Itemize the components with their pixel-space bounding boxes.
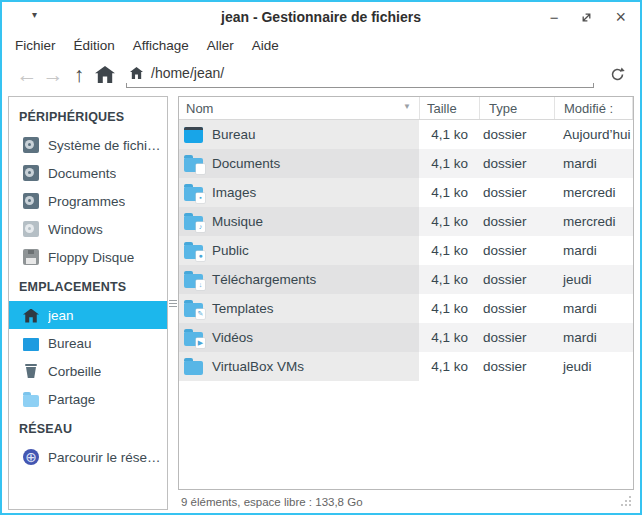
sidebar-item-label: Programmes <box>48 194 125 209</box>
desktop-sm-icon <box>23 338 39 351</box>
window-controls: − × <box>550 2 626 32</box>
sidebar-item-jean[interactable]: jean <box>9 301 167 329</box>
file-size-cell: 4,1 ko <box>419 127 479 142</box>
menu-affichage[interactable]: Affichage <box>124 35 198 56</box>
folder-video-emblem-icon: ▶ <box>196 338 205 348</box>
file-type-cell: dossier <box>479 243 554 258</box>
folder-template-emblem-icon: ✎ <box>196 309 205 319</box>
sidebar-item-label: Parcourir le rése… <box>48 450 161 465</box>
sidebar-item-label: Corbeille <box>48 364 101 379</box>
sidebar-item-label: Partage <box>48 392 95 407</box>
sidebar-item-partage[interactable]: Partage <box>9 385 167 413</box>
sidebar-item-parcourir-le-rese[interactable]: Parcourir le rése… <box>9 443 167 471</box>
sidebar-item-corbeille[interactable]: Corbeille <box>9 357 167 385</box>
path-bar[interactable]: /home/jean/ <box>126 62 594 88</box>
sidebar: PÉRIPHÉRIQUESSystème de fichi…DocumentsP… <box>8 96 168 510</box>
file-row-virtualbox-vms[interactable]: VirtualBox VMs4,1 kodossierjeudi <box>179 352 633 381</box>
sidebar-section-peripheriques: PÉRIPHÉRIQUES <box>9 101 167 131</box>
folder-music-icon: ♪ <box>184 216 203 230</box>
harddisk-icon <box>23 137 39 153</box>
file-name-cell: Documents <box>179 149 419 178</box>
sidebar-item-label: Floppy Disque <box>48 250 134 265</box>
up-icon: ↑ <box>74 64 85 85</box>
network-icon <box>23 449 39 465</box>
home-button[interactable] <box>92 62 118 88</box>
file-type-cell: dossier <box>479 330 554 345</box>
file-size-cell: 4,1 ko <box>419 243 479 258</box>
menubar: FichierÉditionAffichageAllerAide <box>2 32 640 58</box>
file-modified-cell: jeudi <box>554 359 633 374</box>
sidebar-item-documents[interactable]: Documents <box>9 159 167 187</box>
file-modified-cell: mardi <box>554 243 633 258</box>
file-type-cell: dossier <box>479 185 554 200</box>
close-button[interactable]: × <box>615 8 626 26</box>
up-button[interactable]: ↑ <box>66 62 92 88</box>
resize-grip[interactable] <box>621 496 632 507</box>
sidebar-item-label: Documents <box>48 166 116 181</box>
file-row-templates[interactable]: ✎Templates4,1 kodossiermardi <box>179 294 633 323</box>
column-header-modifie[interactable]: Modifié : <box>554 97 633 119</box>
file-row-images[interactable]: ▪Images4,1 kodossiermercredi <box>179 178 633 207</box>
main-pane: Nom ▼ Taille Type Modifié : Bureau4,1 ko… <box>178 96 634 510</box>
harddisk-icon <box>23 165 39 181</box>
file-name-label: Templates <box>212 301 274 316</box>
sidebar-item-label: Système de fichi… <box>48 138 161 153</box>
pane-splitter[interactable] <box>168 96 178 510</box>
file-type-cell: dossier <box>479 301 554 316</box>
file-size-cell: 4,1 ko <box>419 156 479 171</box>
folder-image-icon: ▪ <box>184 187 203 201</box>
file-row-videos[interactable]: ▶Vidéos4,1 kodossiermardi <box>179 323 633 352</box>
reload-button[interactable] <box>604 62 630 88</box>
folder-document-emblem-icon <box>196 164 205 174</box>
forward-button[interactable]: → <box>40 62 66 88</box>
back-icon: ← <box>17 64 38 85</box>
file-name-cell: ●Public <box>179 236 419 265</box>
file-name-label: Musique <box>212 214 263 229</box>
trash-icon <box>23 363 39 379</box>
titlebar[interactable]: ▾ jean - Gestionnaire de fichiers − × <box>2 2 640 32</box>
file-size-cell: 4,1 ko <box>419 185 479 200</box>
sidebar-item-systeme-de-fichi[interactable]: Système de fichi… <box>9 131 167 159</box>
file-name-label: Bureau <box>212 127 256 142</box>
file-row-documents[interactable]: Documents4,1 kodossiermardi <box>179 149 633 178</box>
file-name-label: Vidéos <box>212 330 253 345</box>
minimize-button[interactable]: − <box>550 10 559 25</box>
splitter-grip-icon <box>169 300 177 307</box>
column-header-nom[interactable]: Nom ▼ <box>179 97 419 119</box>
file-list-panel: Nom ▼ Taille Type Modifié : Bureau4,1 ko… <box>178 96 634 490</box>
file-modified-cell: mercredi <box>554 214 633 229</box>
home-icon <box>130 67 143 79</box>
file-name-label: Images <box>212 185 256 200</box>
file-row-bureau[interactable]: Bureau4,1 kodossierAujourd’hui <box>179 120 633 149</box>
home-icon <box>95 66 115 83</box>
file-row-telechargements[interactable]: ↓Téléchargements4,1 kodossierjeudi <box>179 265 633 294</box>
menu-edition[interactable]: Édition <box>65 35 124 56</box>
sidebar-item-windows[interactable]: Windows <box>9 215 167 243</box>
sort-desc-icon: ▼ <box>403 102 411 111</box>
file-row-public[interactable]: ●Public4,1 kodossiermardi <box>179 236 633 265</box>
file-name-label: VirtualBox VMs <box>212 359 304 374</box>
menu-aide[interactable]: Aide <box>243 35 288 56</box>
sidebar-item-programmes[interactable]: Programmes <box>9 187 167 215</box>
toolbar: ← → ↑ /home/jean/ <box>2 58 640 95</box>
harddisk-icon <box>23 221 39 237</box>
folder-download-icon: ↓ <box>184 274 203 288</box>
sidebar-item-floppy-disque[interactable]: Floppy Disque <box>9 243 167 271</box>
sidebar-item-bureau[interactable]: Bureau <box>9 329 167 357</box>
file-size-cell: 4,1 ko <box>419 330 479 345</box>
file-type-cell: dossier <box>479 127 554 142</box>
file-name-cell: VirtualBox VMs <box>179 352 419 381</box>
file-modified-cell: jeudi <box>554 272 633 287</box>
menu-fichier[interactable]: Fichier <box>6 35 65 56</box>
file-size-cell: 4,1 ko <box>419 214 479 229</box>
back-button[interactable]: ← <box>14 62 40 88</box>
menu-aller[interactable]: Aller <box>198 35 243 56</box>
file-row-musique[interactable]: ♪Musique4,1 kodossiermercredi <box>179 207 633 236</box>
home-icon <box>23 309 39 323</box>
maximize-button[interactable] <box>580 11 593 24</box>
column-header-type[interactable]: Type <box>479 97 554 119</box>
folder-document-icon <box>184 158 203 172</box>
column-header-taille[interactable]: Taille <box>419 97 479 119</box>
folder-video-icon: ▶ <box>184 332 203 346</box>
file-size-cell: 4,1 ko <box>419 301 479 316</box>
